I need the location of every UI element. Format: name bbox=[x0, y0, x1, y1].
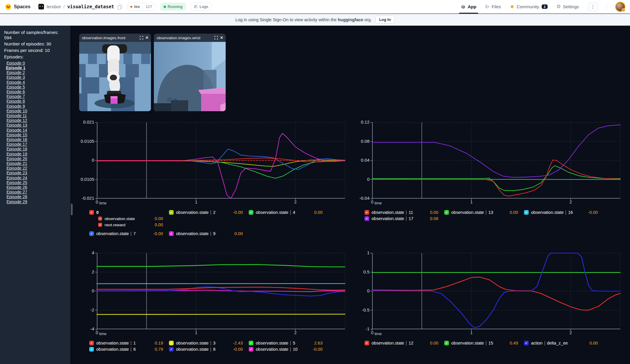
x-tick-label: 1 bbox=[195, 330, 197, 335]
sidebar-item-episode-8[interactable]: Episode 8 bbox=[6, 99, 67, 104]
expand-icon[interactable] bbox=[214, 36, 218, 40]
legend-label-divider bbox=[486, 210, 486, 215]
plot-area[interactable] bbox=[372, 253, 620, 329]
sidebar-item-episode-10[interactable]: Episode 10 bbox=[6, 109, 67, 113]
like-widget: ♥ like 127 bbox=[127, 3, 155, 11]
legend-checkbox[interactable]: ✓ bbox=[444, 341, 449, 345]
tab-settings[interactable]: ⚙ Settings bbox=[556, 0, 579, 14]
sidebar-item-episode-14[interactable]: Episode 14 bbox=[6, 128, 67, 132]
sidebar-item-episode-20[interactable]: Episode 20 bbox=[6, 156, 67, 161]
legend-label: observation.state bbox=[96, 347, 129, 352]
sidebar-item-episode-6[interactable]: Episode 6 bbox=[6, 89, 67, 94]
series-line-observation-state bbox=[97, 158, 345, 162]
legend-index: 8 bbox=[213, 347, 215, 352]
files-icon bbox=[485, 4, 490, 9]
sidebar-item-episode-29[interactable]: Episode 29 bbox=[6, 199, 67, 204]
sidebar-item-episode-9[interactable]: Episode 9 bbox=[6, 104, 67, 109]
header-right: App Files Community 2 ⚙ Settings bbox=[461, 0, 625, 14]
sidebar-item-episode-28[interactable]: Episode 28 bbox=[6, 194, 67, 199]
expand-icon[interactable] bbox=[140, 36, 143, 40]
sidebar-item-episode-23[interactable]: Episode 23 bbox=[6, 170, 67, 175]
legend-checkbox[interactable]: ✓ bbox=[444, 210, 449, 215]
sidebar-item-episode-15[interactable]: Episode 15 bbox=[6, 132, 67, 137]
plot-area[interactable] bbox=[97, 122, 345, 199]
legend-checkbox[interactable]: ✓ bbox=[524, 210, 529, 215]
sidebar-item-episode-3[interactable]: Episode 3 bbox=[6, 75, 67, 80]
legend-checkbox[interactable]: ✓ bbox=[169, 341, 174, 345]
like-count[interactable]: 127 bbox=[143, 3, 155, 10]
legend-checkbox[interactable]: ✓ bbox=[364, 341, 369, 345]
more-options-button[interactable]: ⋮ bbox=[588, 2, 598, 11]
legend-checkbox[interactable]: ✓ bbox=[364, 210, 369, 215]
sidebar-item-episode-27[interactable]: Episode 27 bbox=[6, 190, 67, 194]
repo-name-link[interactable]: visualize_dataset bbox=[67, 4, 114, 9]
legend-checkbox[interactable]: ✓ bbox=[89, 210, 94, 215]
sidebar-item-episode-12[interactable]: Episode 12 bbox=[6, 118, 67, 123]
x-tick-label: 2 bbox=[569, 330, 572, 335]
legend-current-value: -0.00 bbox=[313, 347, 323, 352]
legend-label: observation.state bbox=[176, 210, 209, 215]
sidebar-item-episode-1[interactable]: Episode 1 bbox=[6, 65, 67, 70]
running-status-badge[interactable]: Running bbox=[160, 3, 186, 11]
legend-label-divider bbox=[131, 341, 131, 345]
close-icon[interactable]: × bbox=[146, 35, 148, 40]
sidebar-item-episode-19[interactable]: Episode 19 bbox=[6, 152, 67, 156]
tab-app[interactable]: App bbox=[461, 0, 476, 14]
tab-community[interactable]: Community 2 bbox=[510, 0, 547, 14]
lerobot-org-avatar[interactable] bbox=[38, 4, 44, 9]
logs-label: Logs bbox=[200, 4, 208, 9]
sidebar-item-episode-26[interactable]: Episode 26 bbox=[6, 185, 67, 190]
logs-button[interactable]: Logs bbox=[191, 3, 211, 11]
sidebar-item-episode-21[interactable]: Episode 21 bbox=[6, 161, 67, 166]
legend-index: 9 bbox=[213, 231, 215, 236]
user-avatar[interactable] bbox=[616, 2, 625, 11]
episodes-count-text: Number of episodes: 30 bbox=[4, 41, 67, 47]
plot-area[interactable] bbox=[97, 253, 345, 329]
sidebar-item-episode-16[interactable]: Episode 16 bbox=[6, 137, 67, 142]
sidebar-item-episode-0[interactable]: Episode 0 bbox=[6, 61, 67, 65]
legend-checkbox[interactable]: ✓ bbox=[249, 341, 253, 345]
legend-label-divider bbox=[406, 341, 406, 345]
legend-checkbox[interactable]: ✓ bbox=[89, 347, 94, 352]
y-tick-label: 0.0105 bbox=[81, 139, 94, 144]
sidebar-item-episode-13[interactable]: Episode 13 bbox=[6, 123, 67, 127]
legend-checkbox[interactable]: ✓ bbox=[98, 217, 102, 221]
y-tick-label: 0.0105 bbox=[81, 177, 94, 182]
legend-checkbox[interactable]: ✓ bbox=[364, 216, 369, 221]
legend-checkbox[interactable]: ✓ bbox=[249, 210, 253, 215]
close-icon[interactable]: × bbox=[220, 35, 223, 40]
tab-files[interactable]: Files bbox=[485, 0, 501, 14]
sidebar-item-episode-25[interactable]: Episode 25 bbox=[6, 180, 67, 185]
spaces-brand-label[interactable]: Spaces bbox=[14, 4, 30, 9]
legend-label-divider bbox=[486, 341, 486, 345]
legend-checkbox[interactable]: ✓ bbox=[169, 210, 174, 215]
sidebar-item-episode-18[interactable]: Episode 18 bbox=[6, 147, 67, 151]
legend-checkbox[interactable]: ✓ bbox=[169, 231, 174, 236]
legend-label: observation.state bbox=[531, 210, 564, 215]
legend-checkbox[interactable]: ✓ bbox=[524, 341, 529, 345]
legend-checkbox[interactable]: ✓ bbox=[98, 223, 102, 227]
org-link[interactable]: lerobot bbox=[47, 4, 61, 9]
plot-area[interactable] bbox=[372, 122, 620, 199]
legend-index: 12 bbox=[408, 341, 413, 345]
sidebar-item-episode-7[interactable]: Episode 7 bbox=[6, 94, 67, 99]
series-line-observation-state-4 bbox=[97, 160, 345, 178]
page-content: Number of samples/frames: 594 Number of … bbox=[0, 26, 630, 364]
sidebar-item-episode-2[interactable]: Episode 2 bbox=[6, 70, 67, 75]
legend-current-value: 0.00 bbox=[155, 216, 163, 221]
like-button[interactable]: ♥ like bbox=[127, 3, 143, 10]
sidebar-item-episode-17[interactable]: Episode 17 bbox=[6, 142, 67, 147]
legend-checkbox[interactable]: ✓ bbox=[169, 347, 174, 352]
login-button[interactable]: Log In bbox=[375, 16, 395, 24]
sidebar-item-episode-5[interactable]: Episode 5 bbox=[6, 85, 67, 89]
sidebar-item-episode-24[interactable]: Episode 24 bbox=[6, 176, 67, 180]
sidebar-item-episode-11[interactable]: Episode 11 bbox=[6, 113, 67, 118]
legend-checkbox[interactable]: ✓ bbox=[249, 347, 253, 352]
sidebar-item-episode-22[interactable]: Episode 22 bbox=[6, 166, 67, 170]
x-tick-label: 0 bbox=[96, 199, 98, 204]
sidebar-item-episode-4[interactable]: Episode 4 bbox=[6, 80, 67, 85]
copy-repo-name-icon[interactable] bbox=[117, 4, 122, 9]
legend-checkbox[interactable]: ✓ bbox=[89, 341, 94, 345]
legend-checkbox[interactable]: ✓ bbox=[89, 231, 94, 236]
legend-entry: ✓observation.state0.00 bbox=[98, 216, 163, 221]
